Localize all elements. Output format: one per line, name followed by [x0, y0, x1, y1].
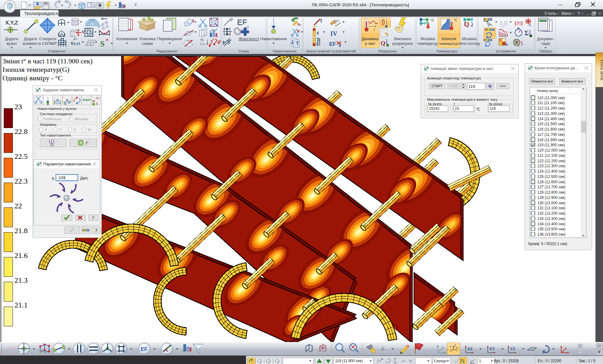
svg-text:118 (11.800 сек): 118 (11.800 сек): [537, 138, 565, 142]
svg-text:+: +: [106, 37, 108, 42]
svg-text:температур: температур: [439, 42, 459, 46]
svg-text:Вікно: Вікно: [562, 11, 572, 16]
svg-text:Максимальна температура в моме: Максимальна температура в момент часу: [427, 98, 498, 101]
svg-text:YZ: YZ: [510, 346, 515, 351]
svg-text:Навантаження у вузлах: Навантаження у вузлах: [37, 107, 77, 110]
svg-text:Упаковка: Упаковка: [139, 37, 156, 41]
svg-text:121 (12.100 сек): 121 (12.100 сек): [537, 153, 565, 158]
svg-text:X,Y,Z: X,Y,Z: [5, 20, 18, 26]
svg-text:124 (12.400 сек): 124 (12.400 сек): [537, 169, 565, 174]
svg-text:вузол: вузол: [7, 41, 17, 46]
svg-text:Q: Q: [464, 21, 469, 28]
svg-text:Схема: Схема: [238, 49, 249, 53]
svg-text:t°: t°: [86, 141, 89, 145]
svg-text:Аналіз геометрії та властивост: Аналіз геометрії та властивостей: [307, 50, 356, 53]
svg-text:21.6: 21.6: [14, 251, 28, 260]
svg-text:z=: z=: [73, 37, 77, 41]
svg-text:°C: °C: [430, 18, 434, 22]
svg-text:112 (11.200 сек): 112 (11.200 сек): [537, 106, 565, 110]
svg-text:Мозаїка: Мозаїка: [462, 37, 476, 41]
svg-text:T: T: [227, 40, 231, 45]
svg-text:Параметри навантаження: Параметри навантаження: [43, 162, 91, 166]
svg-text:119 (11.900 сек): 119 (11.900 сек): [537, 143, 565, 147]
svg-text:№ крока: № крока: [489, 102, 503, 106]
svg-text:Додати: Додати: [24, 37, 37, 41]
svg-text:Вуз.: 0 / 15328: Вуз.: 0 / 15328: [494, 359, 519, 363]
svg-text:Вимкнути все: Вимкнути все: [561, 79, 583, 83]
svg-text:Номер кроку: Номер кроку: [537, 89, 558, 93]
svg-text:Q: Q: [381, 40, 385, 46]
svg-text:Книга звітів: Книга звітів: [600, 60, 603, 81]
svg-text:X: X: [456, 346, 458, 350]
svg-text:Мозаїка: Мозаїка: [421, 37, 435, 41]
svg-text:тація: тація: [541, 41, 550, 46]
svg-text:S: S: [100, 39, 105, 48]
svg-text:елемент: елемент: [23, 41, 38, 46]
svg-text:Система координат: Система координат: [40, 112, 73, 116]
svg-text:схеми: схеми: [142, 41, 153, 46]
svg-text:T: T: [320, 19, 323, 24]
svg-text:№ вузла: № вузла: [428, 102, 442, 106]
svg-text:122 (12.200 сек): 122 (12.200 сек): [537, 159, 565, 163]
svg-text:тепл.потоку: тепл.потоку: [459, 41, 480, 46]
svg-text:X: X: [45, 128, 47, 131]
svg-text:21.8: 21.8: [14, 227, 28, 235]
svg-text:q: q: [52, 176, 54, 180]
svg-text:Изополя: Изополя: [441, 37, 456, 41]
svg-text:t°: t°: [382, 19, 384, 23]
svg-text:Дж/с: Дж/с: [80, 176, 88, 180]
svg-text:23: 23: [14, 103, 22, 111]
svg-text:15242: 15242: [429, 106, 440, 111]
svg-text:Створення: Створення: [48, 49, 65, 53]
svg-text:Y: Y: [59, 128, 62, 131]
svg-text:EF: EF: [141, 346, 148, 352]
svg-text:Динаміка: Динаміка: [361, 37, 378, 41]
svg-text:Виконати: Виконати: [394, 37, 411, 41]
svg-text:1,2): 1,2): [500, 20, 508, 25]
svg-text:в САПФІР: в САПФІР: [39, 41, 57, 46]
svg-text:Редагування: Редагування: [157, 49, 177, 53]
svg-text:Стиль: Стиль: [545, 11, 556, 16]
svg-text:130 (13.000 сек): 130 (13.000 сек): [537, 201, 565, 205]
svg-text:134 (13.400 сек): 134 (13.400 сек): [537, 222, 565, 226]
svg-text:21.3: 21.3: [14, 276, 28, 284]
svg-text:№: №: [200, 38, 204, 41]
svg-text:t: t: [454, 102, 455, 106]
svg-text:№: №: [297, 22, 301, 27]
svg-text:Кроки інтегрування ди...: Кроки інтегрування ди...: [535, 66, 578, 70]
svg-text:23: 23: [455, 106, 459, 111]
svg-text:22.8: 22.8: [14, 127, 28, 136]
svg-text:Інструменти: Інструменти: [496, 49, 516, 53]
svg-text:розрахунок: розрахунок: [392, 41, 413, 46]
svg-text:ПК ЛІРА-САПР 2020 R3 x64 - [Т: ПК ЛІРА-САПР 2020 R3 x64 - [Теплопроводн…: [312, 3, 409, 7]
svg-text:Теплопровідність: Теплопровідність: [24, 11, 60, 16]
svg-text:.L.: .L.: [381, 346, 386, 351]
svg-text:°C: °C: [454, 18, 457, 22]
svg-text:XY: XY: [489, 346, 495, 351]
svg-text:Зміни t° в часі 119 (11.900 се: Зміни t° в часі 119 (11.900 сек): [3, 57, 93, 65]
svg-text:у часі: у часі: [365, 41, 375, 46]
svg-text:111 (11.100 сек): 111 (11.100 сек): [537, 101, 565, 105]
svg-text:131 (13.100 сек): 131 (13.100 сек): [537, 206, 565, 210]
svg-text:>>>: >>>: [500, 84, 506, 88]
svg-text:21.1: 21.1: [14, 301, 28, 309]
svg-text:Навантаження: Навантаження: [273, 49, 296, 53]
svg-text:Σ: Σ: [524, 29, 529, 36]
svg-text:Переміщення: Переміщення: [157, 37, 182, 41]
svg-text:129 (12.900 сек): 129 (12.900 сек): [537, 195, 565, 200]
svg-text:Жорсткості: Жорсткості: [239, 37, 259, 41]
svg-text:Y: Y: [450, 345, 452, 348]
svg-text:116 (11.600 сек): 116 (11.600 сек): [537, 127, 565, 131]
svg-text:119: 119: [490, 106, 496, 111]
svg-text:Таблиці: Таблиці: [539, 49, 551, 53]
svg-text:Місцева: Місцева: [75, 117, 89, 121]
svg-text:?: ?: [92, 216, 94, 220]
svg-text:Анімація зміни температури в ч: Анімація зміни температури в часі: [431, 67, 493, 71]
svg-text:Навантаження: Навантаження: [260, 37, 287, 41]
svg-text:Середн: Середн: [434, 359, 447, 363]
svg-text:Копіювання: Копіювання: [116, 37, 137, 41]
svg-text:22.3: 22.3: [14, 177, 28, 185]
svg-text:126 (12.600 сек): 126 (12.600 сек): [537, 180, 565, 184]
svg-text:Розрахунок: Розрахунок: [378, 49, 397, 53]
svg-text:22.5: 22.5: [14, 152, 28, 160]
